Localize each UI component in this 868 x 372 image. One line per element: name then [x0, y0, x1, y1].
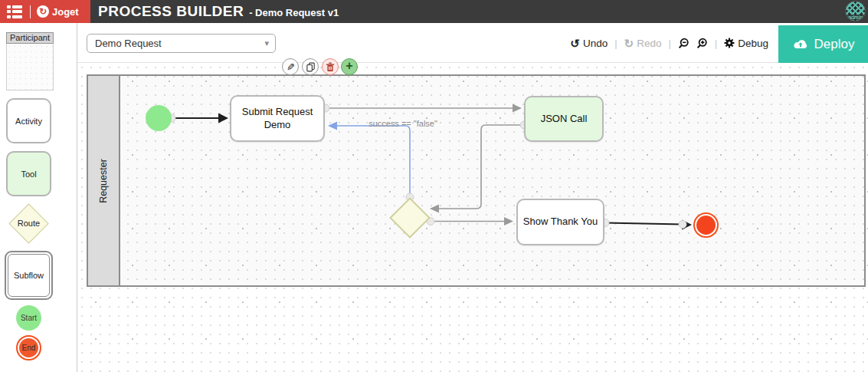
palette-subflow-label: Subflow	[14, 271, 44, 280]
node-end-event[interactable]	[693, 212, 719, 238]
debug-label: Debug	[738, 38, 768, 49]
builder-toolbar: Demo Request ▾ ✎ +	[77, 23, 868, 63]
deploy-button[interactable]: Deploy	[778, 25, 868, 63]
trash-icon	[326, 62, 335, 72]
debug-button[interactable]: Debug	[724, 38, 768, 49]
hamburger-menu-icon[interactable]	[7, 5, 22, 18]
redo-icon: ↻	[624, 38, 634, 49]
brand-area: ↻ Joget	[0, 0, 90, 23]
edit-process-button[interactable]: ✎	[282, 58, 299, 75]
swimlane-label: Requester	[98, 159, 109, 203]
palette-participant-preview	[6, 44, 54, 91]
node-activity-submit-request[interactable]: Submit Request Demo	[230, 95, 325, 142]
process-name-subtitle: - Demo Request v1	[249, 7, 339, 18]
node-start-event[interactable]	[146, 105, 172, 131]
page-title: PROCESS BUILDER	[98, 3, 244, 20]
end-inner-circle: End	[19, 338, 38, 357]
subflow-inner-border: Subflow	[8, 254, 50, 297]
process-canvas[interactable]: Requester	[77, 63, 868, 372]
joget-logo-icon: ↻	[37, 5, 49, 18]
swimlane-header[interactable]: Requester	[87, 74, 120, 287]
palette-item-start[interactable]: Start	[16, 305, 41, 331]
palette-item-activity[interactable]: Activity	[6, 98, 51, 143]
palette-end-label: End	[22, 344, 36, 352]
zoom-in-button[interactable]	[696, 38, 708, 49]
add-process-button[interactable]: +	[341, 58, 358, 75]
process-select-value: Demo Request	[95, 38, 264, 49]
copy-icon	[306, 62, 316, 72]
brand-divider	[30, 5, 31, 18]
joget-logo[interactable]: ↻ Joget	[37, 5, 79, 18]
deploy-label: Deploy	[814, 37, 855, 52]
toolbar-separator: |	[715, 38, 717, 49]
undo-label: Undo	[583, 38, 608, 49]
process-select[interactable]: Demo Request ▾	[87, 34, 276, 53]
hamburger-row	[7, 15, 22, 18]
undo-button[interactable]: ↺ Undo	[570, 38, 608, 49]
app-header: ↻ Joget PROCESS BUILDER - Demo Request v…	[0, 0, 868, 23]
palette-item-end[interactable]: End	[16, 335, 41, 360]
gear-icon	[724, 38, 735, 48]
zoom-out-button[interactable]	[678, 38, 689, 49]
palette-item-subflow[interactable]: Subflow	[5, 251, 53, 300]
chevron-down-icon: ▾	[264, 38, 269, 48]
joget-brand-name: Joget	[52, 6, 79, 18]
avatar-username: admin	[846, 15, 865, 20]
title-area: PROCESS BUILDER - Demo Request v1	[98, 0, 339, 23]
node-tool-json-call[interactable]: JSON Call	[524, 96, 604, 142]
toolbar-separator: |	[614, 38, 617, 49]
copy-process-button[interactable]	[302, 58, 319, 75]
redo-button[interactable]: ↻ Redo	[624, 38, 662, 49]
hamburger-row	[7, 10, 22, 13]
edge-condition-label[interactable]: success == "false"	[365, 119, 441, 128]
cloud-upload-icon	[792, 38, 809, 50]
user-avatar[interactable]: admin	[845, 1, 866, 21]
palette-tool-label: Tool	[21, 170, 36, 179]
palette-start-label: Start	[21, 314, 37, 322]
toolbar-right-group: ↺ Undo | ↻ Redo |	[570, 23, 768, 63]
node-activity-show-thank-you[interactable]: Show Thank You	[516, 199, 604, 245]
delete-process-button[interactable]	[322, 58, 339, 75]
toolbar-separator: |	[668, 38, 670, 49]
redo-label: Redo	[637, 38, 661, 49]
process-builder-app: ↻ Joget PROCESS BUILDER - Demo Request v…	[0, 0, 868, 372]
palette-item-participant[interactable]: Participant	[6, 32, 54, 44]
pencil-icon: ✎	[287, 62, 295, 72]
hamburger-row	[7, 5, 22, 8]
palette-item-route[interactable]: Route	[8, 203, 49, 244]
plus-icon: +	[346, 60, 352, 72]
shape-palette: Participant Activity Tool Route Subflow …	[0, 23, 77, 372]
zoom-out-icon	[678, 38, 689, 49]
palette-activity-label: Activity	[15, 117, 42, 126]
end-node-inner-circle	[696, 216, 716, 235]
undo-icon: ↺	[570, 38, 580, 49]
palette-route-label: Route	[8, 219, 49, 228]
zoom-in-icon	[696, 38, 708, 49]
palette-item-tool[interactable]: Tool	[6, 151, 51, 196]
